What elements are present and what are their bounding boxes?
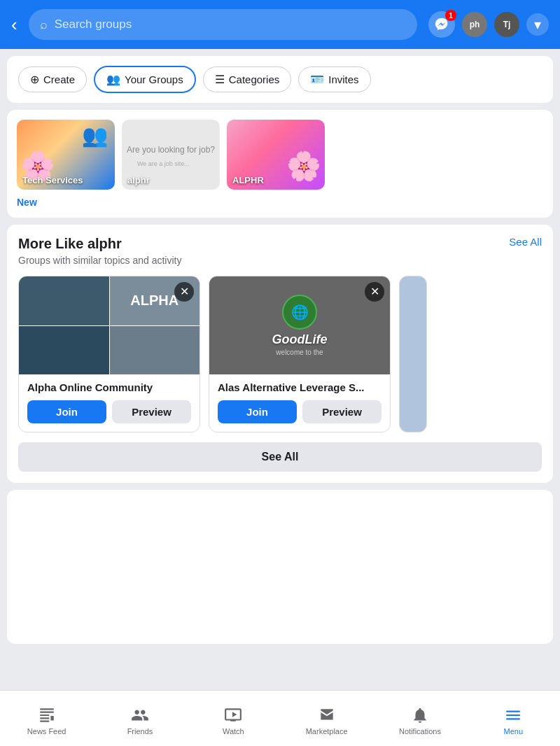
nav-label-notifications: Notifications	[399, 727, 441, 736]
dismiss-alas-button[interactable]: ✕	[365, 282, 384, 302]
more-card-header: More Like alphr See All	[18, 236, 542, 252]
alas-group-img: 🌐 GoodLife welcome to the	[209, 276, 390, 374]
search-input[interactable]	[55, 17, 406, 31]
more-like-alphr-card: More Like alphr See All Groups with simi…	[7, 225, 553, 483]
nav-label-menu: Menu	[504, 727, 524, 736]
alpha-group-actions: Join Preview	[27, 400, 191, 423]
watch-icon	[224, 706, 242, 724]
img-cell-3	[19, 326, 109, 375]
new-label[interactable]: New	[17, 197, 543, 208]
ph-avatar[interactable]: ph	[462, 12, 487, 37]
group-card-alpha: ALPHA ✕ Alpha Online Community Join Prev…	[18, 276, 200, 432]
nav-item-news-feed[interactable]: News Feed	[0, 702, 93, 736]
alas-subtitle: welcome to the	[276, 349, 323, 356]
search-bar-container[interactable]: ⌕	[29, 9, 417, 40]
alpha-preview-button[interactable]: Preview	[112, 400, 191, 423]
group-thumb-alphr2[interactable]: ALPHR	[227, 120, 325, 190]
invites-tab[interactable]: 🪪 Invites	[298, 66, 370, 92]
alpha-card-body: Alpha Online Community Join Preview	[19, 374, 200, 432]
alas-logo: 🌐	[282, 295, 317, 330]
dropdown-button[interactable]: ▾	[526, 13, 549, 36]
alas-group-name: Alas Alternative Leverage S...	[218, 381, 382, 393]
nav-label-marketplace: Marketplace	[306, 727, 348, 736]
invites-icon: 🪪	[310, 73, 324, 86]
alpha-group-img: ALPHA	[19, 276, 200, 374]
nav-item-menu[interactable]: Menu	[467, 702, 560, 736]
new-groups-row: Tech Services Are you looking for job? W…	[17, 120, 543, 190]
your-groups-icon: 👥	[106, 73, 120, 86]
more-card-title: More Like alphr	[18, 236, 122, 252]
nav-item-watch[interactable]: Watch	[187, 702, 280, 736]
img-cell-4	[110, 326, 200, 375]
new-groups-card: Tech Services Are you looking for job? W…	[7, 110, 553, 218]
friends-icon	[131, 706, 149, 724]
alpha-join-button[interactable]: Join	[27, 400, 106, 423]
alphr-label: alphr	[127, 175, 150, 185]
see-all-button[interactable]: See All	[18, 442, 542, 472]
extra-content-card	[7, 490, 553, 644]
more-card-subtitle: Groups with similar topics and activity	[18, 255, 542, 266]
alas-group-actions: Join Preview	[218, 400, 382, 423]
nav-item-friends[interactable]: Friends	[93, 702, 186, 736]
dismiss-alpha-button[interactable]: ✕	[174, 282, 194, 302]
groups-scroll-row: ALPHA ✕ Alpha Online Community Join Prev…	[18, 276, 542, 432]
main-content: ⊕ Create 👥 Your Groups ☰ Categories 🪪 In…	[0, 49, 560, 714]
create-tab[interactable]: ⊕ Create	[18, 66, 87, 92]
user-avatar[interactable]: Tj	[494, 12, 519, 37]
top-bar: ‹ ⌕ 1 ph Tj ▾	[0, 0, 560, 49]
messenger-badge: 1	[445, 10, 456, 21]
notifications-icon	[411, 706, 429, 724]
nav-label-news-feed: News Feed	[27, 727, 66, 736]
nav-item-marketplace[interactable]: Marketplace	[280, 702, 373, 736]
create-icon: ⊕	[30, 73, 39, 86]
nav-label-friends: Friends	[127, 727, 153, 736]
group-card-alas: 🌐 GoodLife welcome to the ✕ Alas Alterna…	[209, 276, 391, 432]
categories-icon: ☰	[215, 73, 225, 86]
back-button[interactable]: ‹	[11, 15, 18, 34]
group-card-partial	[399, 276, 427, 432]
alpha-group-name: Alpha Online Community	[27, 381, 191, 393]
menu-icon	[504, 706, 522, 724]
alas-card-body: Alas Alternative Leverage S... Join Prev…	[209, 374, 390, 432]
alphr2-label: ALPHR	[232, 175, 264, 185]
see-all-header-link[interactable]: See All	[509, 236, 542, 248]
your-groups-tab[interactable]: 👥 Your Groups	[94, 66, 196, 93]
bottom-nav: News Feed Friends Watch Marketplace Noti…	[0, 690, 560, 746]
nav-item-notifications[interactable]: Notifications	[373, 702, 466, 736]
nav-label-watch: Watch	[223, 727, 244, 736]
alas-preview-button[interactable]: Preview	[302, 400, 382, 423]
categories-tab[interactable]: ☰ Categories	[203, 66, 292, 92]
tech-services-label: Tech Services	[22, 175, 83, 185]
tabs-bar: ⊕ Create 👥 Your Groups ☰ Categories 🪪 In…	[7, 56, 553, 103]
marketplace-icon	[318, 706, 336, 724]
search-icon: ⌕	[40, 17, 48, 32]
messenger-button[interactable]: 1	[428, 11, 455, 38]
alas-tagline: GoodLife	[272, 332, 328, 347]
alas-join-button[interactable]: Join	[218, 400, 297, 423]
group-thumb-tech-services[interactable]: Tech Services	[17, 120, 115, 190]
img-cell-1	[19, 276, 109, 325]
group-thumb-alphr[interactable]: Are you looking for job? We are a job si…	[122, 120, 220, 190]
news-feed-icon	[38, 706, 56, 724]
top-right-actions: 1 ph Tj ▾	[428, 11, 549, 38]
